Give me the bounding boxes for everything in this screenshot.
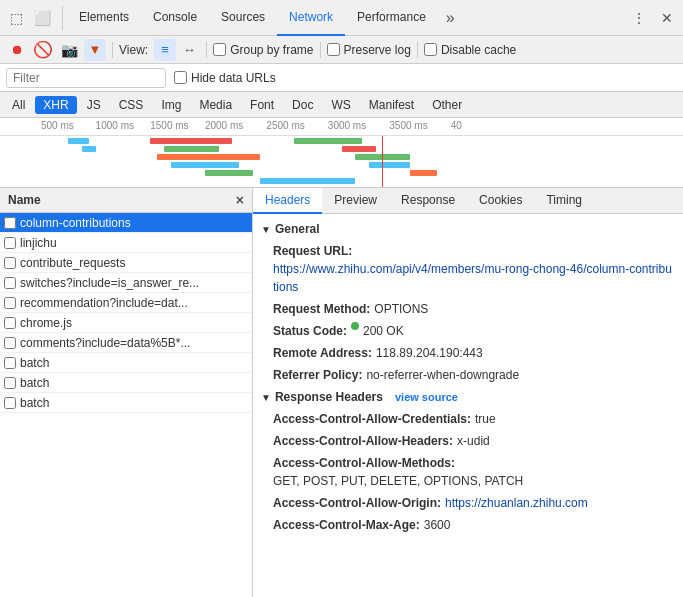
ruler-mark: 3500 ms xyxy=(389,120,427,131)
close-devtools-icon[interactable]: ✕ xyxy=(655,6,679,30)
preserve-log-checkbox[interactable]: Preserve log xyxy=(327,43,411,57)
type-filter-media[interactable]: Media xyxy=(191,96,240,114)
row-checkbox[interactable] xyxy=(4,397,16,409)
more-tabs-button[interactable]: » xyxy=(438,0,463,36)
name-row[interactable]: contribute_requests xyxy=(0,253,252,273)
device-icon[interactable]: ⬜ xyxy=(30,6,54,30)
name-row[interactable]: column-contributions xyxy=(0,213,252,233)
name-panel-close[interactable]: × xyxy=(236,192,244,208)
general-section-header[interactable]: ▼ General xyxy=(261,218,675,240)
row-checkbox[interactable] xyxy=(4,297,16,309)
acma-val: 3600 xyxy=(424,516,451,534)
clear-button[interactable]: 🚫 xyxy=(32,39,54,61)
hide-data-urls-checkbox[interactable]: Hide data URLs xyxy=(174,71,276,85)
timeline-bar xyxy=(164,146,219,152)
separator-3 xyxy=(320,42,321,58)
row-checkbox[interactable] xyxy=(4,317,16,329)
row-checkbox[interactable] xyxy=(4,377,16,389)
status-dot xyxy=(351,322,359,330)
name-row[interactable]: batch xyxy=(0,393,252,413)
ruler-mark: 40 xyxy=(451,120,462,131)
group-by-frame-input[interactable] xyxy=(213,43,226,56)
filter-input[interactable] xyxy=(6,68,166,88)
type-filter-font[interactable]: Font xyxy=(242,96,282,114)
name-row[interactable]: batch xyxy=(0,353,252,373)
name-row[interactable]: batch xyxy=(0,373,252,393)
request-method-key: Request Method: xyxy=(273,300,370,318)
type-filter-all[interactable]: All xyxy=(4,96,33,114)
separator-1 xyxy=(112,42,113,58)
screenshot-button[interactable]: 📷 xyxy=(58,39,80,61)
timeline: 500 ms1000 ms1500 ms2000 ms2500 ms3000 m… xyxy=(0,118,683,188)
hide-data-urls-input[interactable] xyxy=(174,71,187,84)
name-row[interactable]: chrome.js xyxy=(0,313,252,333)
detail-tab-headers[interactable]: Headers xyxy=(253,188,322,214)
row-text: batch xyxy=(20,376,49,390)
response-headers-section-header[interactable]: ▼ Response Headers view source xyxy=(261,386,675,408)
list-view-button[interactable]: ≡ xyxy=(154,39,176,61)
tab-bar: ⬚ ⬜ Elements Console Sources Network Per… xyxy=(0,0,683,36)
tab-elements[interactable]: Elements xyxy=(67,0,141,36)
name-row[interactable]: switches?include=is_answer_re... xyxy=(0,273,252,293)
timeline-bar xyxy=(410,170,437,176)
ruler-mark: 1500 ms xyxy=(150,120,188,131)
timeline-bar xyxy=(157,154,259,160)
tab-network[interactable]: Network xyxy=(277,0,345,36)
devtools-icons: ⬚ ⬜ xyxy=(4,6,63,30)
row-text: comments?include=data%5B*... xyxy=(20,336,190,350)
acam-row: Access-Control-Allow-Methods: GET, POST,… xyxy=(261,452,675,492)
view-source-link[interactable]: view source xyxy=(395,391,458,403)
row-checkbox[interactable] xyxy=(4,257,16,269)
acac-val: true xyxy=(475,410,496,428)
status-code-val: 200 OK xyxy=(363,322,404,340)
row-checkbox[interactable] xyxy=(4,277,16,289)
group-by-frame-checkbox[interactable]: Group by frame xyxy=(213,43,313,57)
tab-performance[interactable]: Performance xyxy=(345,0,438,36)
ruler-mark: 2500 ms xyxy=(266,120,304,131)
row-checkbox[interactable] xyxy=(4,217,16,229)
response-headers-triangle: ▼ xyxy=(261,392,271,403)
detail-tab-cookies[interactable]: Cookies xyxy=(467,188,534,214)
detail-panel: HeadersPreviewResponseCookiesTiming ▼ Ge… xyxy=(253,188,683,597)
type-filter-img[interactable]: Img xyxy=(153,96,189,114)
name-row[interactable]: comments?include=data%5B*... xyxy=(0,333,252,353)
filter-bar: Hide data URLs xyxy=(0,64,683,92)
name-row[interactable]: linjichu xyxy=(0,233,252,253)
type-filter-doc[interactable]: Doc xyxy=(284,96,321,114)
row-text: recommendation?include=dat... xyxy=(20,296,188,310)
row-text: batch xyxy=(20,396,49,410)
type-filter-css[interactable]: CSS xyxy=(111,96,152,114)
detail-tab-timing[interactable]: Timing xyxy=(534,188,594,214)
filter-button[interactable]: ▼ xyxy=(84,39,106,61)
settings-icon[interactable]: ⋮ xyxy=(627,6,651,30)
row-checkbox[interactable] xyxy=(4,337,16,349)
request-url-val: https://www.zhihu.com/api/v4/members/mu-… xyxy=(273,260,675,296)
timeline-bars xyxy=(0,136,683,188)
row-checkbox[interactable] xyxy=(4,237,16,249)
detail-tab-preview[interactable]: Preview xyxy=(322,188,389,214)
name-column-label: Name xyxy=(8,193,41,207)
disable-cache-checkbox[interactable]: Disable cache xyxy=(424,43,516,57)
waterfall-view-button[interactable]: ↔ xyxy=(178,39,200,61)
disable-cache-input[interactable] xyxy=(424,43,437,56)
type-filter-other[interactable]: Other xyxy=(424,96,470,114)
record-button[interactable]: ⏺ xyxy=(6,39,28,61)
type-filter-js[interactable]: JS xyxy=(79,96,109,114)
timeline-bar xyxy=(150,138,232,144)
type-filter-manifest[interactable]: Manifest xyxy=(361,96,422,114)
inspect-icon[interactable]: ⬚ xyxy=(4,6,28,30)
preserve-log-input[interactable] xyxy=(327,43,340,56)
tab-console[interactable]: Console xyxy=(141,0,209,36)
name-row[interactable]: recommendation?include=dat... xyxy=(0,293,252,313)
type-filter-ws[interactable]: WS xyxy=(323,96,358,114)
hide-data-urls-label: Hide data URLs xyxy=(191,71,276,85)
status-code-key: Status Code: xyxy=(273,322,347,340)
detail-tab-response[interactable]: Response xyxy=(389,188,467,214)
row-text: contribute_requests xyxy=(20,256,125,270)
referrer-policy-val: no-referrer-when-downgrade xyxy=(366,366,519,384)
detail-content: ▼ General Request URL: https://www.zhihu… xyxy=(253,214,683,540)
disable-cache-label: Disable cache xyxy=(441,43,516,57)
tab-sources[interactable]: Sources xyxy=(209,0,277,36)
row-checkbox[interactable] xyxy=(4,357,16,369)
type-filter-xhr[interactable]: XHR xyxy=(35,96,76,114)
